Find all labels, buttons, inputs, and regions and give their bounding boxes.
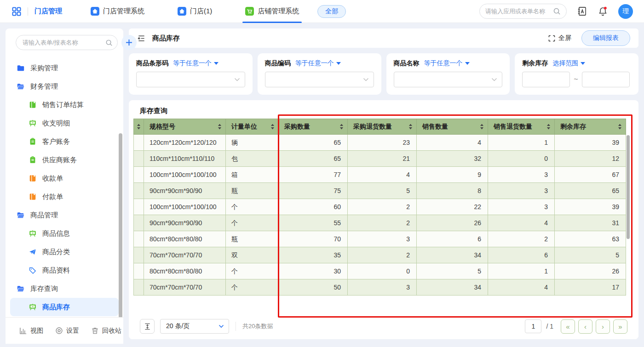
tab-1[interactable]: 门店(1)	[178, 0, 212, 23]
sort-icon[interactable]	[137, 124, 141, 130]
column-header-2[interactable]: 计量单位	[226, 119, 279, 135]
cell-7-2: 35	[279, 247, 348, 263]
address-book-icon[interactable]	[577, 6, 587, 17]
next-page-button[interactable]: ›	[596, 319, 610, 334]
sidebar-item-11[interactable]: 商品资料	[10, 261, 119, 279]
tab-0[interactable]: 门店管理系统	[91, 0, 144, 23]
prev-page-button[interactable]: ‹	[578, 319, 592, 334]
inventory-table: 规格型号 计量单位 采购数量 采购退货数量 销售数量 销售退货数量 剩余库存 1…	[133, 119, 626, 296]
sidebar-scrollbar[interactable]	[119, 133, 122, 318]
sidebar-footer-gear[interactable]: 设置	[55, 327, 79, 335]
sidebar-item-12[interactable]: 库存查询	[10, 279, 119, 298]
sidebar-item-3[interactable]: 收支明细	[10, 114, 119, 132]
book-orange-icon	[29, 174, 37, 182]
workspace-name[interactable]: 门店管理	[34, 7, 62, 16]
search-icon[interactable]	[105, 39, 113, 46]
filter-label: 剩余库存	[522, 59, 548, 68]
sidebar-footer-chart[interactable]: 视图	[19, 327, 43, 335]
page-number-input[interactable]	[525, 319, 541, 333]
page-size-select[interactable]: 20 条/页	[160, 319, 229, 334]
filter-condition[interactable]: 选择范围	[552, 59, 585, 68]
cell-4-5: 3	[488, 199, 555, 215]
sidebar-item-9[interactable]: 商品信息	[10, 224, 119, 243]
filter-row: 商品条形码 等于任意一个 商品编码 等于任意一个 商品名称 等于任意一个 剩余库…	[129, 53, 638, 95]
cell-8-4: 5	[417, 263, 488, 279]
sidebar-item-5[interactable]: 供应商账务	[10, 151, 119, 169]
caret-down-icon	[214, 62, 218, 65]
all-apps-pill[interactable]: 全部	[317, 5, 346, 18]
sort-icon[interactable]	[618, 124, 622, 130]
table-header-row: 规格型号 计量单位 采购数量 采购退货数量 销售数量 销售退货数量 剩余库存	[134, 119, 626, 135]
cell-8-1: 个	[226, 263, 279, 279]
tab-active-2[interactable]: 店铺管理系统	[245, 0, 299, 23]
book-orange-icon	[29, 193, 37, 201]
column-header-0[interactable]	[134, 119, 144, 135]
sidebar-footer-trash[interactable]: 回收站	[91, 327, 121, 335]
sidebar-item-1[interactable]: 财务管理	[10, 77, 119, 96]
filter-select[interactable]	[136, 72, 245, 87]
report-toolbar: 商品库存 全屏 编辑报表	[129, 28, 638, 48]
sidebar-item-4[interactable]: 客户账务	[10, 132, 119, 151]
sort-icon[interactable]	[270, 124, 275, 130]
range-min-input[interactable]	[522, 72, 570, 87]
row-handle-cell	[134, 247, 144, 263]
folder-open-icon	[17, 82, 25, 91]
first-page-button[interactable]: «	[561, 319, 575, 334]
edit-report-button[interactable]: 编辑报表	[581, 30, 630, 46]
page-size-value: 20 条/页	[166, 322, 190, 330]
sort-icon[interactable]	[218, 124, 222, 130]
column-header-4[interactable]: 采购退货数量	[348, 119, 417, 135]
column-header-6[interactable]: 销售退货数量	[488, 119, 555, 135]
row-height-toggle-button[interactable]	[140, 319, 155, 334]
sidebar-item-6[interactable]: 收款单	[10, 169, 119, 188]
cell-6-2: 70	[279, 231, 348, 247]
sidebar-item-13[interactable]: 商品库存	[10, 298, 119, 316]
cell-4-2: 60	[279, 199, 348, 215]
column-header-5[interactable]: 销售数量	[417, 119, 488, 135]
notification-bell-icon[interactable]	[598, 6, 608, 17]
collapse-sidebar-icon[interactable]	[137, 34, 146, 43]
cell-3-2: 75	[279, 183, 348, 199]
filter-condition[interactable]: 等于任意一个	[173, 59, 218, 68]
range-max-input[interactable]	[582, 72, 630, 87]
sort-icon[interactable]	[408, 124, 413, 130]
cell-0-4: 4	[417, 135, 488, 151]
filter-select[interactable]	[265, 72, 374, 87]
board-green-icon	[29, 303, 37, 311]
sort-icon[interactable]	[339, 124, 344, 130]
sidebar-item-7[interactable]: 付款单	[10, 188, 119, 206]
fullscreen-icon	[548, 35, 555, 42]
column-header-1[interactable]: 规格型号	[144, 119, 226, 135]
sort-icon[interactable]	[546, 124, 551, 130]
cell-8-5: 1	[488, 263, 555, 279]
sort-icon[interactable]	[480, 124, 484, 130]
cell-6-0: 80cm*80cm*80/80	[144, 231, 226, 247]
column-header-7[interactable]: 剩余库存	[555, 119, 626, 135]
column-header-3[interactable]: 采购数量	[279, 119, 348, 135]
table-vertical-scrollbar[interactable]	[627, 135, 630, 239]
global-search-input[interactable]	[485, 8, 550, 15]
sidebar-item-8[interactable]: 商品管理	[10, 206, 119, 224]
cell-1-6: 12	[555, 151, 626, 167]
cell-5-4: 26	[417, 215, 488, 231]
cell-3-6: 65	[555, 183, 626, 199]
app-grid-icon[interactable]	[12, 7, 21, 16]
cell-0-0: 120cm*120cm*120/120	[144, 135, 226, 151]
filter-condition[interactable]: 等于任意一个	[295, 59, 341, 68]
fullscreen-button[interactable]: 全屏	[548, 34, 571, 42]
form-search[interactable]	[16, 35, 118, 50]
global-search[interactable]	[479, 4, 567, 19]
sidebar-item-10[interactable]: 商品分类	[10, 243, 119, 261]
cell-2-0: 100cm*100cm*100/100	[144, 167, 226, 183]
last-page-button[interactable]: »	[613, 319, 627, 334]
page-title: 商品库存	[152, 34, 180, 43]
sidebar-item-0[interactable]: 采购管理	[10, 59, 119, 77]
sidebar-item-2[interactable]: 销售订单结算	[10, 96, 119, 114]
user-avatar[interactable]: 理	[618, 4, 633, 19]
filter-condition[interactable]: 等于任意一个	[424, 59, 470, 68]
add-form-button[interactable]	[121, 35, 137, 50]
search-icon[interactable]	[553, 7, 561, 15]
filter-select[interactable]	[394, 72, 503, 87]
footer-label: 视图	[30, 327, 43, 335]
form-search-input[interactable]	[23, 39, 104, 46]
